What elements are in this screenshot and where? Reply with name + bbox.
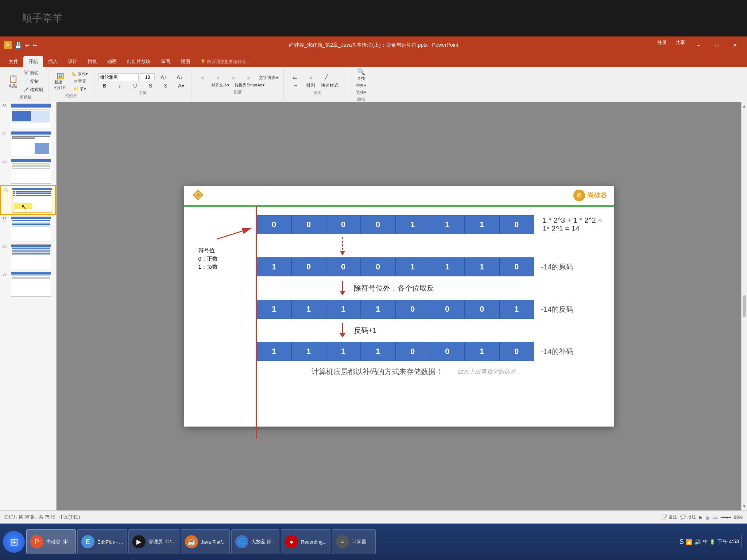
slide-item-33[interactable]: 33 <box>0 102 56 130</box>
taskbar-recording[interactable]: ● Recording... <box>281 529 330 554</box>
slide-info: 幻灯片 第 36 张，共 75 张 <box>4 514 55 520</box>
tab-design[interactable]: 设计 <box>63 56 82 67</box>
save-qa-icon[interactable]: 💾 <box>15 42 22 49</box>
tray-volume-icon[interactable]: 🔊 <box>694 538 701 545</box>
close-btn[interactable]: ✕ <box>727 39 743 51</box>
start-button[interactable]: ⊞ <box>3 531 25 553</box>
tray-s-icon[interactable]: S <box>680 538 684 546</box>
slide-item-37[interactable]: 37 <box>0 215 56 243</box>
replace-btn[interactable]: 替换▾ <box>354 82 368 89</box>
taskbar-browser[interactable]: 🌐 大数蓝·孙... <box>231 529 279 554</box>
shape-line-btn[interactable]: ╱ <box>319 74 333 81</box>
slide-item-35[interactable]: 35 <box>0 158 56 185</box>
equation-text: 1 * 2^3 + 1 * 2^2 + 1* 2^1 = 14 <box>543 216 603 233</box>
calc-icon: = <box>336 535 349 548</box>
arrange-btn[interactable]: 排列 <box>303 82 318 89</box>
scroll-thumb[interactable] <box>743 295 746 317</box>
redo-qa-icon[interactable]: ↪ <box>32 42 37 49</box>
shape-rect-btn[interactable]: ▭ <box>288 74 303 81</box>
tab-review[interactable]: 审阅 <box>156 56 175 67</box>
java-icon: ☕ <box>185 535 198 548</box>
new-slide-btn[interactable]: 🖼️ 新建幻灯片 <box>52 72 69 91</box>
align-center-btn[interactable]: ≡ <box>210 74 225 82</box>
tab-insert[interactable]: 插入 <box>43 56 63 67</box>
taskbar-cmd[interactable]: ▶ 管理员: C:\... <box>128 529 179 554</box>
strikethrough-btn[interactable]: S <box>143 82 158 89</box>
shape-oval-btn[interactable]: ○ <box>303 74 318 81</box>
decrease-font-btn[interactable]: A↓ <box>172 74 187 81</box>
format-painter-btn[interactable]: 🖌️ 格式刷 <box>21 86 45 94</box>
layout-btn[interactable]: 📐 版式▾ <box>69 70 90 77</box>
comments-btn[interactable]: 💬 批注 <box>680 514 696 520</box>
increase-font-btn[interactable]: A↑ <box>156 74 171 81</box>
tray-network-icon[interactable]: 📶 <box>685 538 693 545</box>
quick-styles-btn[interactable]: 快速样式 <box>319 82 341 89</box>
taskbar-ppt[interactable]: P 尚硅谷_宋... <box>26 529 76 554</box>
login-btn[interactable]: 登录 <box>654 39 670 51</box>
window-controls: 登录 共享 ─ □ ✕ <box>654 39 743 51</box>
italic-btn[interactable]: I <box>112 82 127 89</box>
scroll-down-btn[interactable]: ▼ <box>741 502 747 510</box>
slide-item-34[interactable]: 34 <box>0 130 56 158</box>
cell-r3-5: 0 <box>430 300 465 319</box>
align-text-btn[interactable]: 对齐文本▾ <box>209 82 232 89</box>
cell-r3-2: 1 <box>326 300 361 319</box>
justify-btn[interactable]: ≡ <box>241 74 256 82</box>
tab-file[interactable]: 文件 <box>4 56 23 67</box>
cell-r3-6: 0 <box>465 300 499 319</box>
shape-arrow-btn[interactable]: → <box>288 82 303 89</box>
convert-smartart-btn[interactable]: 转换为SmartArt▾ <box>232 82 267 89</box>
tab-transitions[interactable]: 切换 <box>82 56 102 67</box>
undo-qa-icon[interactable]: ↩ <box>25 42 30 49</box>
tab-home[interactable]: 开始 <box>23 56 43 67</box>
underline-btn[interactable]: U <box>128 82 142 89</box>
tab-view[interactable]: 视图 <box>175 56 195 67</box>
find-btn[interactable]: 🔍 查找 <box>354 67 368 82</box>
text-direction-btn[interactable]: 文字方向▾ <box>256 74 280 82</box>
slide-item-38[interactable]: 38 <box>0 243 56 271</box>
font-color-btn[interactable]: A▾ <box>174 82 188 89</box>
right-scrollbar[interactable]: ▲ ▼ <box>741 102 747 510</box>
restore-btn[interactable]: □ <box>708 39 725 51</box>
tab-slideshow[interactable]: 幻灯片放映 <box>122 56 156 67</box>
reset-btn[interactable]: ↺ 重置 <box>69 78 90 85</box>
bold-btn[interactable]: B <box>97 82 112 89</box>
shadow-btn[interactable]: S <box>158 82 173 89</box>
font-size-input[interactable] <box>140 73 155 81</box>
slide-panel[interactable]: 33 34 <box>0 102 57 510</box>
cut-btn[interactable]: ✂️ 剪贴板剪切 <box>21 69 45 77</box>
cell-r4-7: 0 <box>499 342 534 361</box>
main-area: 33 34 <box>0 102 747 510</box>
share-btn[interactable]: 共享 <box>672 39 689 51</box>
time-display: 下午 4:53 <box>717 538 739 545</box>
taskbar-calculator[interactable]: = 计算器 <box>332 529 376 554</box>
view-slide-btn[interactable]: ▤ <box>705 515 709 520</box>
taskbar-editplus[interactable]: E EditPlus - ... <box>77 529 127 554</box>
find-icon: 🔍 <box>357 68 365 76</box>
paste-btn[interactable]: 📋 粘贴 <box>6 74 20 89</box>
view-normal-btn[interactable]: ⊞ <box>699 515 703 520</box>
show-desktop-btn[interactable] <box>741 534 744 549</box>
slide-body: 符号位 0：正数 1：负数 <box>184 207 614 385</box>
slide-item-36[interactable]: 36 <box>0 185 56 215</box>
align-right-btn[interactable]: ≡ <box>226 74 240 82</box>
cell-r4-1: 1 <box>291 342 326 361</box>
recording-label: Recording... <box>301 539 326 545</box>
tab-search[interactable]: 💡 告诉我您想要做什么... <box>195 57 255 67</box>
align-left-btn[interactable]: ≡ <box>195 74 210 82</box>
taskbar-clock[interactable]: 下午 4:53 <box>717 538 739 545</box>
view-reading-btn[interactable]: 📖 <box>712 515 718 520</box>
minimize-btn[interactable]: ─ <box>690 39 707 51</box>
slide-item-39[interactable]: 39 <box>0 271 56 298</box>
taskbar-java[interactable]: ☕ Java Platf... <box>181 529 230 554</box>
scroll-up-btn[interactable]: ▲ <box>741 102 747 110</box>
notes-btn[interactable]: 📝 备注 <box>662 514 677 520</box>
font-family-input[interactable] <box>98 73 139 81</box>
tab-animations[interactable]: 动画 <box>102 56 122 67</box>
section-btn[interactable]: 📁 节▾ <box>69 86 90 93</box>
select-btn[interactable]: 选择▾ <box>354 89 368 96</box>
tray-ime-icon[interactable]: 中 <box>703 538 708 545</box>
copy-btn[interactable]: 📄 复制 <box>21 78 45 85</box>
arrow2-label: 反码+1 <box>354 326 377 335</box>
zoom-slider[interactable]: ━━●━ <box>721 515 731 520</box>
